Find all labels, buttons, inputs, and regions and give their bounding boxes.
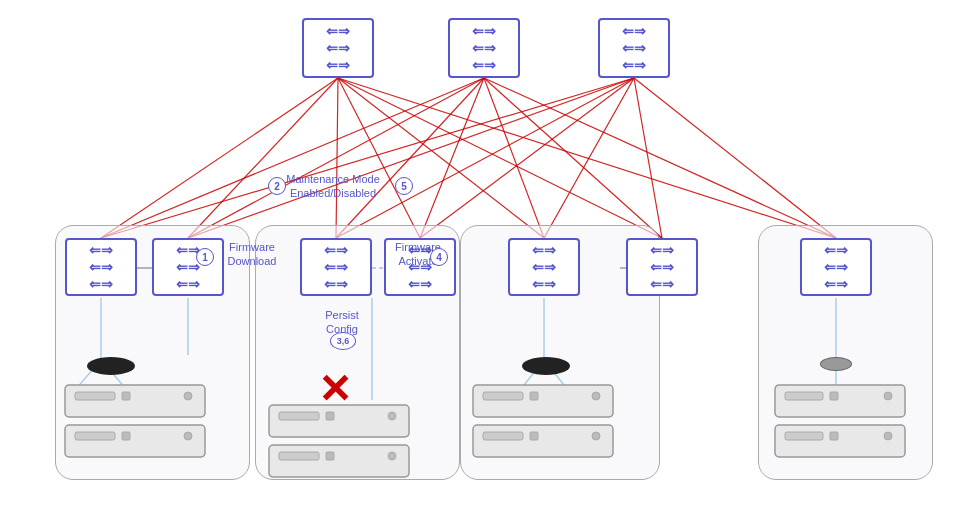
svg-line-12 [484,78,662,238]
svg-rect-44 [269,405,409,437]
top-switch-2: ⇐⇒ ⇐⇒ ⇐⇒ [448,18,520,78]
firmware-download-label: FirmwareDownload [207,240,297,269]
svg-rect-49 [279,452,319,460]
svg-rect-62 [830,392,838,400]
firmware-activate-label: FirmwareActivate [373,240,463,269]
svg-point-39 [184,392,192,400]
servers-group2 [264,400,424,480]
svg-line-20 [634,78,836,238]
disk-shape-4 [820,357,852,371]
svg-rect-40 [65,425,205,457]
mid-switch-1: ⇐⇒ ⇐⇒ ⇐⇒ [65,238,137,296]
svg-line-19 [634,78,662,238]
svg-point-63 [884,392,892,400]
funnel-oval-1 [87,357,135,375]
svg-line-0 [101,78,338,238]
badge-4: 4 [430,248,448,266]
svg-line-14 [101,78,634,238]
svg-rect-48 [269,445,409,477]
svg-rect-37 [75,392,115,400]
svg-point-59 [592,432,600,440]
badge-5: 5 [395,177,413,195]
svg-rect-53 [483,392,523,400]
svg-rect-52 [473,385,613,417]
switch-arrows-icon: ⇐⇒ [472,24,496,38]
svg-point-51 [388,452,396,460]
funnel-oval-3 [522,357,570,375]
mid-switch-5: ⇐⇒ ⇐⇒ ⇐⇒ [508,238,580,296]
svg-point-55 [592,392,600,400]
svg-rect-66 [830,432,838,440]
svg-rect-58 [530,432,538,440]
switch-arrows-icon-2: ⇐⇒ [622,41,646,55]
svg-line-13 [484,78,836,238]
svg-rect-50 [326,452,334,460]
svg-rect-38 [122,392,130,400]
maintenance-mode-label: Maintenance Mode Enabled/Disabled [278,172,388,201]
switch-arrows-icon-2: ⇐⇒ [472,41,496,55]
svg-line-7 [101,78,484,238]
badge-2: 2 [268,177,286,195]
badge-1: 1 [196,248,214,266]
switch-arrows-icon-3: ⇐⇒ [326,58,350,72]
top-switch-1: ⇐⇒ ⇐⇒ ⇐⇒ [302,18,374,78]
svg-rect-65 [785,432,823,440]
svg-rect-64 [775,425,905,457]
svg-point-43 [184,432,192,440]
switch-arrows-icon-2: ⇐⇒ [326,41,350,55]
svg-point-67 [884,432,892,440]
svg-rect-41 [75,432,115,440]
svg-line-1 [188,78,338,238]
switch-arrows-icon-3: ⇐⇒ [472,58,496,72]
servers-group3 [468,380,628,480]
switch-arrows-icon-3: ⇐⇒ [622,58,646,72]
svg-point-47 [388,412,396,420]
mid-switch-7: ⇐⇒ ⇐⇒ ⇐⇒ [800,238,872,296]
svg-line-5 [338,78,662,238]
svg-rect-45 [279,412,319,420]
top-switch-3: ⇐⇒ ⇐⇒ ⇐⇒ [598,18,670,78]
svg-rect-60 [775,385,905,417]
mid-switch-3-firmware-download: ⇐⇒ ⇐⇒ ⇐⇒ [300,238,372,296]
svg-rect-46 [326,412,334,420]
svg-rect-56 [473,425,613,457]
svg-rect-61 [785,392,823,400]
mid-switch-6: ⇐⇒ ⇐⇒ ⇐⇒ [626,238,698,296]
svg-line-3 [338,78,420,238]
servers-group4 [770,380,915,480]
svg-rect-36 [65,385,205,417]
svg-rect-57 [483,432,523,440]
switch-arrows-icon: ⇐⇒ [622,24,646,38]
diagram-container: ⇐⇒ ⇐⇒ ⇐⇒ ⇐⇒ ⇐⇒ ⇐⇒ ⇐⇒ ⇐⇒ ⇐⇒ ⇐⇒ ⇐⇒ ⇐⇒ [0,0,974,511]
switch-arrows-icon: ⇐⇒ [326,24,350,38]
badge-3-6: 3,6 [330,332,356,350]
svg-rect-54 [530,392,538,400]
svg-rect-42 [122,432,130,440]
servers-group1 [60,380,220,480]
